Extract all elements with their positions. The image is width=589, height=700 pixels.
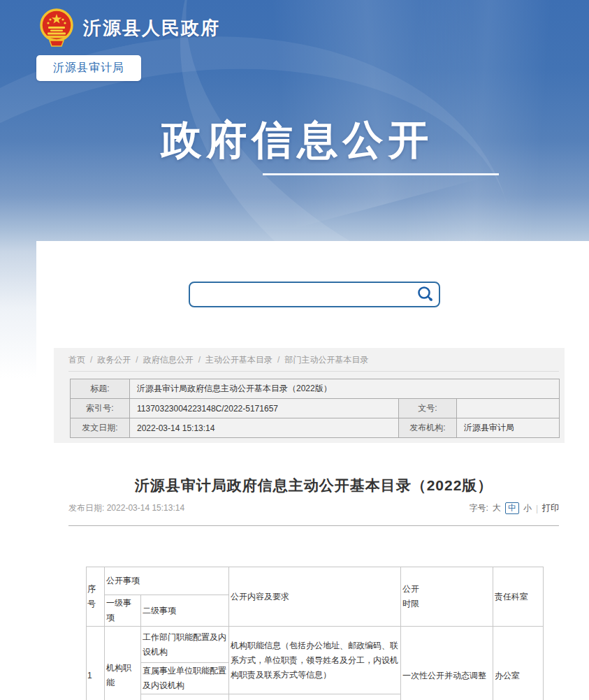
meta-index-value: 11370323004223148C/2022-5171657	[130, 399, 399, 418]
meta-row-date: 发文日期: 2022-03-14 15:13:14 发布机构: 沂源县审计局	[71, 418, 560, 438]
publish-date: 发布日期: 2022-03-14 15:13:14	[68, 502, 184, 514]
breadcrumb-bumen-mulu[interactable]: 部门主动公开基本目录	[284, 355, 368, 365]
header-level1: 一级事项	[105, 595, 141, 627]
department-button[interactable]: 沂源县审计局	[36, 55, 141, 81]
header-seq: 序号	[87, 567, 105, 627]
cell-content-main: 机构职能信息（包括办公地址、邮政编码、联系方式，单位职责，领导姓名及分工，内设机…	[229, 627, 401, 694]
header-time-limit: 公开 时限	[401, 567, 493, 627]
cell-dept: 办公室	[493, 627, 544, 700]
search-button[interactable]	[415, 285, 436, 304]
content-card: 首页/政务公开/政府信息公开/主动公开基本目录/部门主动公开基本目录 标题: 沂…	[36, 241, 589, 700]
meta-row-index: 索引号: 11370323004223148C/2022-5171657 文号:	[71, 399, 560, 418]
breadcrumb-xinxi-gongkai[interactable]: 政府信息公开	[143, 355, 194, 365]
meta-index-label: 索引号:	[71, 399, 130, 418]
publish-date-label: 发布日期:	[68, 503, 104, 513]
meta-title-value: 沂源县审计局政府信息主动公开基本目录（2022版）	[130, 379, 560, 399]
site-name: 沂源县人民政府	[83, 16, 220, 41]
header-content: 公开内容及要求	[229, 567, 401, 627]
cell-level1: 机构职能	[105, 627, 141, 700]
breadcrumb: 首页/政务公开/政府信息公开/主动公开基本目录/部门主动公开基本目录	[68, 348, 559, 372]
breadcrumb-zhengwu[interactable]: 政务公开	[97, 355, 131, 365]
meta-title-label: 标题:	[71, 379, 130, 399]
breadcrumb-zhudong-mulu[interactable]: 主动公开基本目录	[205, 355, 272, 365]
meta-date-label: 发文日期:	[71, 418, 130, 438]
national-emblem-icon[interactable]	[38, 8, 75, 48]
cell-subitem-2: 直属事业单位职能配置及内设机构	[141, 663, 229, 694]
search-icon	[416, 285, 435, 303]
article-divider	[68, 525, 559, 526]
site-header: 沂源县人民政府	[38, 8, 220, 48]
cell-content-sub3: 职责任务清单	[229, 694, 401, 700]
meta-date-value: 2022-03-14 15:13:14	[130, 418, 399, 438]
fontsize-medium-button[interactable]: 中	[505, 502, 519, 514]
meta-org-label: 发布机构:	[399, 418, 457, 438]
header-dept: 责任科室	[493, 567, 544, 627]
cell-seq: 1	[87, 627, 105, 700]
print-button[interactable]: 打印	[542, 502, 559, 514]
fontsize-small-button[interactable]: 小	[523, 502, 532, 514]
fontsize-controls: 字号: 大 中 小 | 打印	[470, 502, 559, 514]
meta-org-value: 沂源县审计局	[457, 418, 560, 438]
banner-title-underline	[263, 173, 499, 175]
catalog-table: 序号 公开事项 公开内容及要求 公开 时限 责任科室 一级事项 二级事项 1 机…	[86, 567, 544, 700]
meta-docno-value	[457, 399, 560, 418]
document-meta-panel: 首页/政务公开/政府信息公开/主动公开基本目录/部门主动公开基本目录 标题: 沂…	[54, 348, 565, 443]
cell-subitem-1: 工作部门职能配置及内设机构	[141, 627, 229, 663]
search-box	[189, 282, 440, 307]
banner-title: 政府信息公开	[3, 113, 589, 168]
search-input[interactable]	[194, 284, 411, 305]
article-title: 沂源县审计局政府信息主动公开基本目录（2022版）	[68, 476, 559, 495]
fontsize-label: 字号:	[470, 502, 488, 514]
page: 沂源县人民政府 沂源县审计局 政府信息公开 首页/政务公开/政府信息公开/主动公…	[0, 0, 589, 700]
breadcrumb-home[interactable]: 首页	[68, 355, 85, 365]
document-meta-table: 标题: 沂源县审计局政府信息主动公开基本目录（2022版） 索引号: 11370…	[70, 379, 560, 438]
publish-date-value: 2022-03-14 15:13:14	[107, 503, 184, 513]
header-level2: 二级事项	[141, 595, 229, 627]
article-meta-row: 发布日期: 2022-03-14 15:13:14 字号: 大 中 小 | 打印	[68, 502, 559, 514]
cell-time-limit: 一次性公开并动态调整	[401, 627, 493, 700]
fontsize-large-button[interactable]: 大	[493, 502, 501, 514]
meta-row-title: 标题: 沂源县审计局政府信息主动公开基本目录（2022版）	[71, 379, 560, 399]
divider: |	[536, 504, 538, 513]
header-group: 公开事项	[105, 567, 229, 595]
cell-subitem-3: 职责任务清单	[141, 694, 229, 700]
catalog-header-row-1: 序号 公开事项 公开内容及要求 公开 时限 责任科室	[87, 567, 544, 595]
catalog-row-1a: 1 机构职能 工作部门职能配置及内设机构 机构职能信息（包括办公地址、邮政编码、…	[87, 627, 544, 663]
meta-docno-label: 文号:	[399, 399, 457, 418]
